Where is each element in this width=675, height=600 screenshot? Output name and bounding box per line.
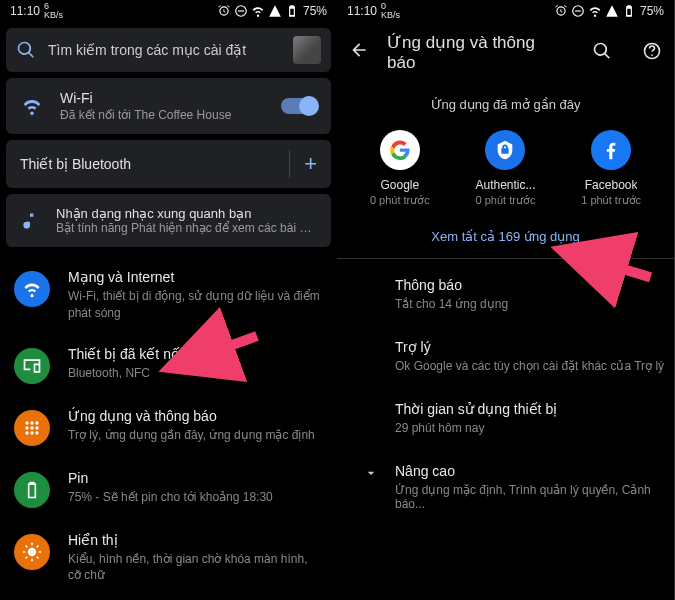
- bluetooth-title: Thiết bị Bluetooth: [20, 156, 275, 172]
- setting-battery[interactable]: Pin 75% - Sẽ hết pin cho tới khoảng 18:3…: [0, 458, 337, 520]
- setting-apps[interactable]: Ứng dụng và thông báo Trợ lý, ứng dụng g…: [0, 396, 337, 458]
- setting-display[interactable]: Hiển thị Kiểu, hình nền, thời gian chờ k…: [0, 520, 337, 597]
- wifi-card[interactable]: Wi-Fi Đã kết nối tới The Coffee House: [6, 78, 331, 134]
- facebook-icon: [591, 130, 631, 170]
- add-bluetooth-icon[interactable]: +: [304, 151, 317, 177]
- page-title: Ứng dụng và thông báo: [387, 32, 562, 73]
- svg-point-10: [35, 431, 38, 434]
- dnd-icon: [571, 4, 585, 18]
- setting-title: Thông báo: [395, 277, 674, 293]
- app-subtitle: 0 phút trước: [370, 194, 430, 207]
- app-subtitle: 1 phút trước: [581, 194, 641, 207]
- app-subtitle: 0 phút trước: [476, 194, 536, 207]
- svg-point-2: [25, 421, 28, 424]
- battery-icon: [285, 4, 299, 18]
- devices-icon: [14, 348, 50, 384]
- svg-point-17: [651, 54, 653, 56]
- now-playing-card[interactable]: Nhận dạng nhạc xung quanh bạn Bật tính n…: [6, 194, 331, 247]
- setting-subtitle: Ok Google và các tùy chọn cài đặt khác c…: [395, 359, 674, 373]
- recent-apps-row: Google 0 phút trước Authentic... 0 phút …: [337, 130, 674, 221]
- setting-screentime[interactable]: Thời gian sử dụng thiết bị 29 phút hôm n…: [337, 387, 674, 449]
- setting-title: Thời gian sử dụng thiết bị: [395, 401, 674, 417]
- setting-assistant[interactable]: Trợ lý Ok Google và các tùy chọn cài đặt…: [337, 325, 674, 387]
- authenticator-icon: [485, 130, 525, 170]
- network-speed: 0KB/s: [381, 2, 400, 20]
- status-bar: 11:10 6KB/s 75%: [0, 0, 337, 22]
- settings-list: Mạng và Internet Wi-Fi, thiết bị di động…: [0, 253, 337, 600]
- apps-notifications-screen: 11:10 0KB/s 75% Ứng dụng và thông báo: [337, 0, 674, 600]
- back-button[interactable]: [349, 40, 369, 65]
- wifi-icon: [21, 95, 43, 117]
- battery-percent: 75%: [640, 4, 664, 18]
- recent-app-google[interactable]: Google 0 phút trước: [355, 130, 445, 207]
- music-note-icon: [20, 211, 40, 231]
- profile-avatar[interactable]: [293, 36, 321, 64]
- setting-title: Mạng và Internet: [68, 269, 323, 285]
- display-icon: [14, 534, 50, 570]
- signal-icon: [605, 4, 619, 18]
- wifi-status-icon: [251, 4, 265, 18]
- google-icon: [380, 130, 420, 170]
- network-icon: [14, 271, 50, 307]
- svg-point-4: [35, 421, 38, 424]
- app-name: Authentic...: [475, 178, 535, 192]
- alarm-icon: [554, 4, 568, 18]
- status-icons: [217, 4, 299, 18]
- alarm-icon: [217, 4, 231, 18]
- search-icon: [16, 40, 36, 60]
- status-time: 11:10: [10, 4, 40, 18]
- setting-subtitle: Ứng dụng mặc định, Trình quản lý quyền, …: [395, 483, 662, 511]
- svg-point-11: [28, 547, 36, 555]
- help-button[interactable]: [642, 41, 662, 65]
- status-icons: [554, 4, 636, 18]
- setting-title: Thiết bị đã kết nối: [68, 346, 323, 362]
- setting-title: Trợ lý: [395, 339, 674, 355]
- chevron-down-icon: [359, 463, 383, 481]
- recent-app-facebook[interactable]: Facebook 1 phút trước: [566, 130, 656, 207]
- wifi-title: Wi-Fi: [60, 90, 265, 106]
- app-name: Facebook: [585, 178, 638, 192]
- svg-point-7: [35, 426, 38, 429]
- setting-title: Ứng dụng và thông báo: [68, 408, 323, 424]
- music-title: Nhận dạng nhạc xung quanh bạn: [56, 206, 317, 221]
- setting-subtitle: Bluetooth, NFC: [68, 365, 323, 382]
- recent-apps-header: Ứng dụng đã mở gần đây: [337, 83, 674, 130]
- settings-main-screen: 11:10 6KB/s 75% Tìm kiếm trong các mục c…: [0, 0, 337, 600]
- setting-subtitle: Trợ lý, ứng dụng gần đây, ứng dụng mặc đ…: [68, 427, 323, 444]
- recent-app-authenticator[interactable]: Authentic... 0 phút trước: [460, 130, 550, 207]
- bluetooth-card[interactable]: Thiết bị Bluetooth +: [6, 140, 331, 188]
- divider: [289, 150, 290, 178]
- setting-subtitle: Tắt cho 14 ứng dụng: [395, 297, 674, 311]
- battery-percent: 75%: [303, 4, 327, 18]
- wifi-status-icon: [588, 4, 602, 18]
- setting-subtitle: 75% - Sẽ hết pin cho tới khoảng 18:30: [68, 489, 323, 506]
- signal-icon: [268, 4, 282, 18]
- network-speed: 6KB/s: [44, 2, 63, 20]
- setting-devices[interactable]: Thiết bị đã kết nối Bluetooth, NFC: [0, 334, 337, 396]
- setting-network[interactable]: Mạng và Internet Wi-Fi, thiết bị di động…: [0, 257, 337, 334]
- battery-icon: [622, 4, 636, 18]
- setting-title: Nâng cao: [395, 463, 662, 479]
- see-all-apps-link[interactable]: Xem tất cả 169 ứng dụng: [337, 221, 674, 258]
- svg-point-6: [30, 426, 33, 429]
- setting-subtitle: Kiểu, hình nền, thời gian chờ khóa màn h…: [68, 551, 323, 585]
- wifi-toggle[interactable]: [281, 98, 317, 114]
- svg-point-8: [25, 431, 28, 434]
- search-placeholder: Tìm kiếm trong các mục cài đặt: [48, 42, 281, 58]
- music-subtitle: Bật tính năng Phát hiện nhạc để xem các …: [56, 221, 317, 235]
- svg-point-3: [30, 421, 33, 424]
- divider: [337, 258, 674, 259]
- search-button[interactable]: [592, 41, 612, 65]
- settings-search[interactable]: Tìm kiếm trong các mục cài đặt: [6, 28, 331, 72]
- setting-advanced[interactable]: Nâng cao Ứng dụng mặc định, Trình quản l…: [337, 449, 674, 525]
- status-time: 11:10: [347, 4, 377, 18]
- setting-sound[interactable]: Âm thanh Âm lượng, rung, Không làm phiền: [0, 596, 337, 600]
- setting-title: Hiển thị: [68, 532, 323, 548]
- wifi-subtitle: Đã kết nối tới The Coffee House: [60, 108, 265, 122]
- setting-notifications[interactable]: Thông báo Tắt cho 14 ứng dụng: [337, 263, 674, 325]
- dnd-icon: [234, 4, 248, 18]
- battery-setting-icon: [14, 472, 50, 508]
- setting-title: Pin: [68, 470, 323, 486]
- status-bar: 11:10 0KB/s 75%: [337, 0, 674, 22]
- setting-subtitle: Wi-Fi, thiết bị di động, sử dụng dữ liệu…: [68, 288, 323, 322]
